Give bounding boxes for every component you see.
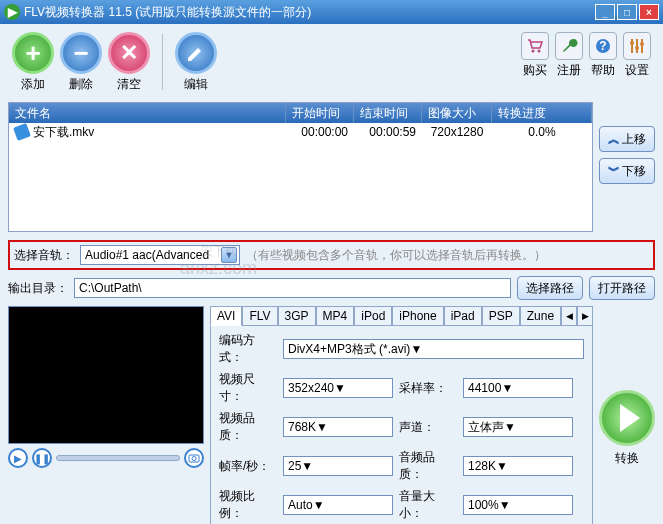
convert-button[interactable]	[599, 390, 655, 446]
output-dir-label: 输出目录：	[8, 280, 68, 297]
close-button[interactable]: ×	[639, 4, 659, 20]
window-title: FLV视频转换器 11.5 (试用版只能转换源文件的一部分)	[24, 4, 595, 21]
help-button[interactable]: ? 帮助	[589, 32, 617, 79]
register-label: 注册	[557, 62, 581, 79]
move-down-button[interactable]: ︾ 下移	[599, 158, 655, 184]
volume-combo[interactable]: 100% ▼	[463, 495, 573, 515]
dropdown-icon[interactable]: ▼	[316, 420, 328, 434]
dropdown-icon[interactable]: ▼	[221, 247, 237, 263]
col-start[interactable]: 开始时间	[286, 103, 354, 123]
dropdown-icon[interactable]: ▼	[504, 420, 516, 434]
tab-flv[interactable]: FLV	[242, 306, 277, 326]
help-label: 帮助	[591, 62, 615, 79]
chevron-up-icon: ︽	[608, 131, 620, 148]
toolbar-divider	[162, 34, 163, 90]
settings-button[interactable]: 设置	[623, 32, 651, 79]
col-progress[interactable]: 转换进度	[492, 103, 592, 123]
col-end[interactable]: 结束时间	[354, 103, 422, 123]
videosize-combo[interactable]: 352x240 ▼	[283, 378, 393, 398]
add-label: 添加	[21, 76, 45, 93]
ratio-combo[interactable]: Auto ▼	[283, 495, 393, 515]
move-up-label: 上移	[622, 131, 646, 148]
tabs-left-button[interactable]: ◀	[561, 306, 577, 326]
dropdown-icon[interactable]: ▼	[496, 459, 508, 473]
audio-track-combo[interactable]: Audio#1 aac(Advanced ▼	[80, 245, 240, 265]
clear-button[interactable]: ✕ 清空	[108, 32, 150, 93]
tab-ipad[interactable]: iPad	[444, 306, 482, 326]
output-dir-value: C:\OutPath\	[79, 281, 142, 295]
maximize-button[interactable]: □	[617, 4, 637, 20]
videosize-value: 352x240	[288, 381, 334, 395]
file-list-header: 文件名 开始时间 结束时间 图像大小 转换进度	[9, 103, 592, 123]
encode-value: DivX4+MP3格式 (*.avi)	[288, 341, 410, 358]
col-filename[interactable]: 文件名	[9, 103, 286, 123]
videoq-combo[interactable]: 768K ▼	[283, 417, 393, 437]
tab-avi[interactable]: AVI	[210, 306, 242, 326]
snapshot-button[interactable]	[184, 448, 204, 468]
file-size: 720x1280	[422, 124, 492, 140]
preview-pane: ▶ ❚❚	[8, 306, 204, 524]
pause-button[interactable]: ❚❚	[32, 448, 52, 468]
audioq-combo[interactable]: 128K ▼	[463, 456, 573, 476]
edit-button[interactable]: 编辑	[175, 32, 217, 93]
encode-combo[interactable]: DivX4+MP3格式 (*.avi) ▼	[283, 339, 584, 359]
add-button[interactable]: + 添加	[12, 32, 54, 93]
videosize-label: 视频尺寸：	[219, 371, 277, 405]
svg-point-8	[635, 46, 639, 50]
file-list[interactable]: 文件名 开始时间 结束时间 图像大小 转换进度 安下载.mkv 00:00:00…	[8, 102, 593, 232]
file-name: 安下载.mkv	[33, 124, 94, 141]
fps-combo[interactable]: 25 ▼	[283, 456, 393, 476]
app-icon: ▶	[4, 4, 20, 20]
titlebar: ▶ FLV视频转换器 11.5 (试用版只能转换源文件的一部分) _ □ ×	[0, 0, 663, 24]
audio-track-hint: （有些视频包含多个音轨，你可以选择音轨后再转换。）	[246, 247, 546, 264]
minimize-button[interactable]: _	[595, 4, 615, 20]
delete-label: 删除	[69, 76, 93, 93]
svg-point-11	[192, 457, 196, 461]
register-button[interactable]: 注册	[555, 32, 583, 79]
tab-psp[interactable]: PSP	[482, 306, 520, 326]
open-path-button[interactable]: 打开路径	[589, 276, 655, 300]
preview-video[interactable]	[8, 306, 204, 444]
delete-button[interactable]: − 删除	[60, 32, 102, 93]
buy-label: 购买	[523, 62, 547, 79]
edit-icon	[175, 32, 217, 74]
clear-label: 清空	[117, 76, 141, 93]
audio-track-label: 选择音轨：	[14, 247, 74, 264]
chevron-down-icon: ︾	[608, 163, 620, 180]
dropdown-icon[interactable]: ▼	[501, 381, 513, 395]
svg-text:?: ?	[599, 39, 606, 53]
dropdown-icon[interactable]: ▼	[410, 342, 422, 356]
window-buttons: _ □ ×	[595, 4, 659, 20]
file-row[interactable]: 安下载.mkv 00:00:00 00:00:59 720x1280 0.0%	[9, 123, 592, 141]
videoq-value: 768K	[288, 420, 316, 434]
play-button[interactable]: ▶	[8, 448, 28, 468]
move-up-button[interactable]: ︽ 上移	[599, 126, 655, 152]
tab-3gp[interactable]: 3GP	[278, 306, 316, 326]
dropdown-icon[interactable]: ▼	[334, 381, 346, 395]
videoq-label: 视频品质：	[219, 410, 277, 444]
channel-combo[interactable]: 立体声 ▼	[463, 417, 573, 437]
tab-iphone[interactable]: iPhone	[392, 306, 443, 326]
buy-button[interactable]: 购买	[521, 32, 549, 79]
minus-icon: −	[60, 32, 102, 74]
dropdown-icon[interactable]: ▼	[499, 498, 511, 512]
tab-zune[interactable]: Zune	[520, 306, 561, 326]
file-end: 00:00:59	[354, 124, 422, 140]
choose-path-button[interactable]: 选择路径	[517, 276, 583, 300]
dropdown-icon[interactable]: ▼	[301, 459, 313, 473]
tabs-right-button[interactable]: ▶	[577, 306, 593, 326]
output-dir-input[interactable]: C:\OutPath\	[74, 278, 511, 298]
dropdown-icon[interactable]: ▼	[313, 498, 325, 512]
seek-slider[interactable]	[56, 455, 180, 461]
ratio-label: 视频比例：	[219, 488, 277, 522]
x-icon: ✕	[108, 32, 150, 74]
tab-mp4[interactable]: MP4	[316, 306, 355, 326]
svg-point-1	[538, 50, 541, 53]
help-icon: ?	[589, 32, 617, 60]
col-size[interactable]: 图像大小	[422, 103, 492, 123]
ratio-value: Auto	[288, 498, 313, 512]
file-progress: 0.0%	[492, 124, 592, 140]
tab-ipod[interactable]: iPod	[354, 306, 392, 326]
samplerate-combo[interactable]: 44100 ▼	[463, 378, 573, 398]
convert-label: 转换	[615, 450, 639, 467]
